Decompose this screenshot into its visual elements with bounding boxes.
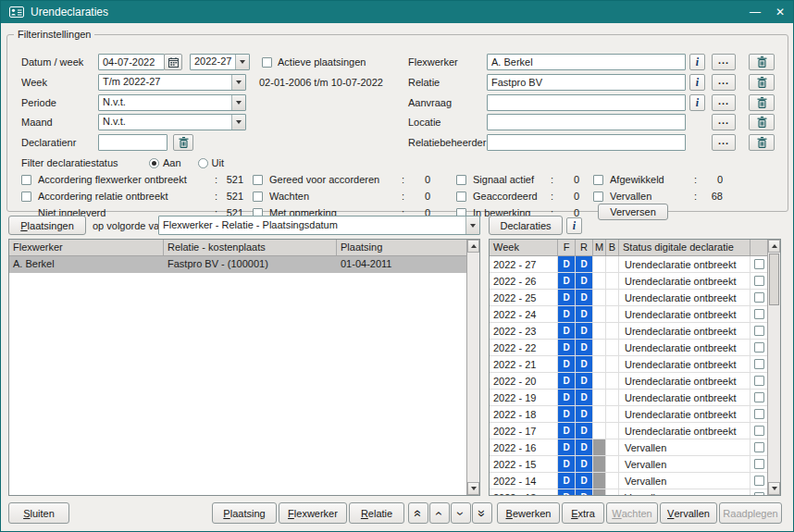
vervallen-button[interactable]: Vervallen xyxy=(660,502,717,524)
datum-week-select[interactable]: 2022-27 xyxy=(190,54,250,70)
declaratie-row[interactable]: 2022 - 27 D D Urendeclaratie ontbreekt xyxy=(490,256,767,273)
urendeclaraties-window: Urendeclaraties — ✕ Filterinstellingen D… xyxy=(0,0,794,532)
scroll-up-button[interactable] xyxy=(768,240,780,253)
decl-row-checkbox[interactable] xyxy=(754,392,764,402)
declaratie-row[interactable]: 2022 - 24 D D Urendeclaratie ontbreekt xyxy=(490,306,767,323)
calendar-icon-button[interactable] xyxy=(164,54,182,70)
tab-declaraties[interactable]: Declaraties xyxy=(489,216,563,235)
nav-next-button[interactable]: › xyxy=(451,502,471,524)
decl-row-checkbox[interactable] xyxy=(754,276,764,286)
relatiebeheerder-lookup-button[interactable]: ... xyxy=(712,134,736,151)
raadplegen-button[interactable]: Raadplegen xyxy=(719,502,782,524)
sluiten-button[interactable]: Sluiten xyxy=(8,502,69,524)
relatie-input[interactable] xyxy=(487,74,686,91)
info-icon-button[interactable]: i xyxy=(689,54,705,70)
relatie-lookup-button[interactable]: ... xyxy=(712,74,736,91)
info-icon-button[interactable]: i xyxy=(689,74,705,91)
decl-row-checkbox[interactable] xyxy=(754,359,764,369)
aanvraag-trash-button[interactable] xyxy=(749,94,775,111)
plaatsing-row-selected[interactable]: A. Berkel Fastpro BV - (100001) 01-04-20… xyxy=(9,256,466,273)
radio-aan[interactable] xyxy=(149,158,159,168)
wachten-button[interactable]: Wachten xyxy=(606,502,658,524)
declaraties-info-button[interactable]: i xyxy=(566,217,582,234)
declaratie-row[interactable]: 2022 - 23 D D Urendeclaratie ontbreekt xyxy=(490,323,767,340)
count-checkbox[interactable] xyxy=(593,192,603,202)
decl-row-checkbox[interactable] xyxy=(754,259,764,269)
decl-row-checkbox[interactable] xyxy=(754,442,764,452)
window-title: Urendeclaraties xyxy=(31,6,108,19)
datum-week-label: Datum / week xyxy=(21,56,98,68)
radio-uit[interactable] xyxy=(198,158,208,168)
decl-row-checkbox[interactable] xyxy=(754,326,764,336)
week-select[interactable]: T/m 2022-27 xyxy=(98,74,246,91)
decl-row-checkbox[interactable] xyxy=(754,309,764,319)
close-button[interactable]: ✕ xyxy=(775,6,785,18)
status-filter-row: Filter declaratiestatus Aan Uit xyxy=(21,155,401,171)
verversen-button[interactable]: Verversen xyxy=(598,204,668,220)
declaratie-row[interactable]: 2022 - 25 D D Urendeclaratie ontbreekt xyxy=(490,290,767,306)
decl-row-checkbox[interactable] xyxy=(754,459,764,469)
decl-row-checkbox[interactable] xyxy=(754,342,764,353)
decl-row-checkbox[interactable] xyxy=(754,426,764,436)
scroll-down-button[interactable] xyxy=(768,482,780,495)
declaratie-row[interactable]: 2022 - 15 D D Vervallen xyxy=(490,456,767,473)
declaratie-row[interactable]: 2022 - 21 D D Urendeclaratie ontbreekt xyxy=(490,356,767,373)
nav-prev-button[interactable]: ‹ xyxy=(429,502,450,524)
decl-row-checkbox[interactable] xyxy=(754,492,764,495)
nav-first-button[interactable]: « xyxy=(408,502,428,524)
count-checkbox[interactable] xyxy=(253,175,263,185)
relatiebeheerder-trash-button[interactable] xyxy=(749,134,775,151)
declaratie-row[interactable]: 2022 - 17 D D Urendeclaratie ontbreekt xyxy=(490,423,767,439)
declaratie-row[interactable]: 2022 - 14 D D Vervallen xyxy=(490,473,767,489)
scroll-down-button[interactable] xyxy=(467,482,479,495)
tab-plaatsingen[interactable]: Plaatsingen xyxy=(8,216,86,235)
decl-f-cell: D xyxy=(558,406,576,422)
flexwerker-button[interactable]: Flexwerker xyxy=(279,502,347,524)
flexwerker-lookup-button[interactable]: ... xyxy=(712,54,736,70)
count-checkbox[interactable] xyxy=(593,175,603,185)
decl-row-checkbox[interactable] xyxy=(754,292,764,303)
aanvraag-input[interactable] xyxy=(487,94,686,111)
relatie-trash-button[interactable] xyxy=(749,74,775,91)
declaratienr-trash-button[interactable] xyxy=(173,134,193,151)
datum-input[interactable] xyxy=(98,54,165,70)
order-select[interactable]: Flexwerker - Relatie - Plaatsingsdatum xyxy=(158,216,480,235)
count-checkbox[interactable] xyxy=(456,175,466,185)
actieve-plaatsingen-checkbox[interactable] xyxy=(262,57,272,68)
scroll-up-button[interactable] xyxy=(467,240,479,253)
maand-select[interactable]: N.v.t. xyxy=(98,114,246,130)
relatiebeheerder-input[interactable] xyxy=(487,134,686,151)
locatie-trash-button[interactable] xyxy=(749,114,775,130)
relatie-button[interactable]: Relatie xyxy=(349,502,404,524)
declaratie-row[interactable]: 2022 - 19 D D Urendeclaratie ontbreekt xyxy=(490,390,767,406)
maand-select-value: N.v.t. xyxy=(99,115,231,130)
aanvraag-lookup-button[interactable]: ... xyxy=(712,94,736,111)
count-checkbox[interactable] xyxy=(456,192,466,202)
declaratie-row[interactable]: 2022 - 18 D D Urendeclaratie ontbreekt xyxy=(490,406,767,423)
declaratie-row[interactable]: 2022 - 22 D D Urendeclaratie ontbreekt xyxy=(490,340,767,356)
nav-last-button[interactable]: » xyxy=(472,502,492,524)
count-checkbox[interactable] xyxy=(253,192,263,202)
declaratie-row[interactable]: 2022 - 13 D D Vervallen xyxy=(490,489,767,495)
bewerken-button[interactable]: Bewerken xyxy=(497,502,560,524)
declaratie-row[interactable]: 2022 - 20 D D Urendeclaratie ontbreekt xyxy=(490,373,767,390)
extra-button[interactable]: Extra xyxy=(562,502,604,524)
count-checkbox[interactable] xyxy=(21,175,31,185)
declaratie-row[interactable]: 2022 - 26 D D Urendeclaratie ontbreekt xyxy=(490,273,767,290)
periode-select[interactable]: N.v.t. xyxy=(98,94,246,111)
plaatsing-button[interactable]: Plaatsing xyxy=(212,502,277,524)
flexwerker-trash-button[interactable] xyxy=(749,54,775,70)
decl-row-checkbox[interactable] xyxy=(754,376,764,386)
minimize-button[interactable]: — xyxy=(750,6,761,18)
decl-row-checkbox[interactable] xyxy=(754,476,764,486)
info-icon-button[interactable]: i xyxy=(689,94,705,111)
decl-checkbox-cell xyxy=(751,340,767,355)
declaratienr-input[interactable] xyxy=(98,134,167,151)
flexwerker-input[interactable] xyxy=(487,54,686,70)
declaratie-row[interactable]: 2022 - 16 D D Vervallen xyxy=(490,439,767,456)
count-checkbox[interactable] xyxy=(21,192,31,202)
scrollbar-thumb[interactable] xyxy=(769,254,779,305)
locatie-input[interactable] xyxy=(487,114,686,130)
decl-row-checkbox[interactable] xyxy=(754,409,764,419)
locatie-lookup-button[interactable]: ... xyxy=(712,114,736,130)
